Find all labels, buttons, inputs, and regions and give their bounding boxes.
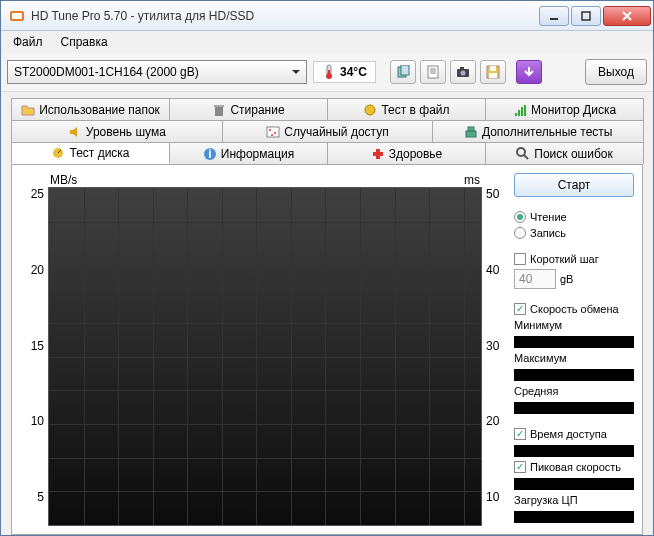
transfer-rate-check[interactable] [514,303,526,315]
save-button[interactable] [480,60,506,84]
burst-rate-value [514,478,634,490]
minimum-value [514,336,634,348]
access-time-value [514,445,634,457]
refresh-button[interactable] [516,60,542,84]
step-size-spinner: gB [514,269,634,289]
y-left-unit: MB/s [50,173,77,187]
maximize-button[interactable] [571,6,601,26]
svg-rect-38 [373,152,383,156]
y-axis-right: 50 40 30 20 10 [482,173,506,526]
burst-rate-check[interactable] [514,461,526,473]
average-value [514,402,634,414]
menu-file[interactable]: Файл [5,33,51,51]
temperature-value: 34°C [340,65,367,79]
access-time-row[interactable]: Время доступа [514,428,634,440]
svg-point-30 [274,132,276,134]
copy-text-button[interactable] [420,60,446,84]
file-test-icon [363,103,377,117]
access-time-check[interactable] [514,428,526,440]
tab-file-test[interactable]: Тест в файл [327,98,486,120]
tab-info[interactable]: iИнформация [169,142,328,164]
svg-rect-20 [489,73,497,78]
average-label: Средняя [514,385,634,397]
svg-point-31 [271,134,273,136]
svg-line-40 [524,155,528,159]
tab-body: 25 20 15 10 5 MB/s ms [11,164,643,535]
transfer-rate-row[interactable]: Скорость обмена [514,303,634,315]
start-button[interactable]: Старт [514,173,634,197]
svg-rect-22 [214,105,224,107]
titlebar: HD Tune Pro 5.70 - утилита для HD/SSD [1,1,653,31]
close-button[interactable] [603,6,651,26]
short-step-check[interactable] [514,253,526,265]
svg-rect-3 [582,12,590,20]
tab-folder-usage[interactable]: Использование папок [11,98,170,120]
app-window: HD Tune Pro 5.70 - утилита для HD/SSD Фа… [0,0,654,536]
maximum-value [514,369,634,381]
random-icon [266,125,280,139]
menubar: Файл Справка [1,31,653,53]
short-step-row[interactable]: Короткий шаг [514,253,634,265]
monitor-icon [513,103,527,117]
screenshot-button[interactable] [450,60,476,84]
svg-rect-25 [518,110,520,116]
benchmark-chart [48,187,482,526]
svg-point-29 [269,129,271,131]
maximum-label: Максимум [514,352,634,364]
svg-point-23 [365,105,375,115]
svg-rect-26 [521,107,523,116]
svg-rect-24 [515,113,517,116]
tab-noise-level[interactable]: Уровень шума [11,120,223,142]
write-radio-row[interactable]: Запись [514,227,634,239]
content-area: Использование папок Стирание Тест в файл… [1,92,653,535]
step-size-input[interactable] [514,269,556,289]
svg-rect-10 [401,65,409,75]
svg-rect-32 [466,131,476,137]
trash-icon [212,103,226,117]
tab-erase[interactable]: Стирание [169,98,328,120]
tab-error-scan[interactable]: Поиск ошибок [485,142,644,164]
menu-help[interactable]: Справка [53,33,116,51]
svg-rect-28 [267,127,279,137]
read-radio[interactable] [514,211,526,223]
svg-rect-1 [12,13,22,19]
minimum-label: Минимум [514,319,634,331]
cpu-usage-value [514,511,634,523]
tab-extra-tests[interactable]: Дополнительные тесты [432,120,644,142]
svg-rect-8 [328,70,330,76]
app-icon [9,8,25,24]
svg-rect-33 [468,127,474,131]
minimize-button[interactable] [539,6,569,26]
tab-disk-monitor[interactable]: Монитор Диска [485,98,644,120]
svg-point-16 [460,71,465,76]
cpu-usage-label: Загрузка ЦП [514,494,634,506]
write-radio[interactable] [514,227,526,239]
extra-icon [464,125,478,139]
svg-rect-21 [215,107,223,116]
chart-area: 25 20 15 10 5 MB/s ms [20,173,506,526]
health-icon [371,147,385,161]
window-title: HD Tune Pro 5.70 - утилита для HD/SSD [31,9,539,23]
folder-icon [21,103,35,117]
speaker-icon [68,125,82,139]
exit-button[interactable]: Выход [585,59,647,85]
svg-rect-27 [524,105,526,116]
drive-select-value: ST2000DM001-1CH164 (2000 gB) [14,65,199,79]
svg-rect-11 [428,66,438,78]
copy-info-button[interactable] [390,60,416,84]
info-icon: i [203,147,217,161]
svg-rect-19 [490,66,496,71]
tab-random-access[interactable]: Случайный доступ [222,120,434,142]
y-axis-left: 25 20 15 10 5 [20,173,48,526]
tab-disk-test[interactable]: Тест диска [11,142,170,164]
tabs: Использование папок Стирание Тест в файл… [11,98,643,164]
svg-point-39 [517,148,525,156]
side-panel: Старт Чтение Запись Короткий шаг gB Скор… [514,173,634,526]
benchmark-icon [51,146,65,160]
temperature-display: 34°C [313,61,376,83]
drive-select[interactable]: ST2000DM001-1CH164 (2000 gB) [7,60,307,84]
read-radio-row[interactable]: Чтение [514,211,634,223]
tab-health[interactable]: Здоровье [327,142,486,164]
y-right-unit: ms [464,173,480,187]
burst-rate-row[interactable]: Пиковая скорость [514,461,634,473]
